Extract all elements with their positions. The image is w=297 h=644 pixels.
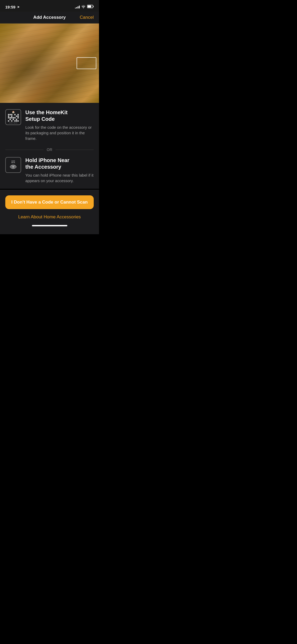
svg-rect-2	[88, 6, 91, 8]
svg-rect-1	[93, 6, 94, 7]
status-bar: 19:59 ➤	[0, 0, 99, 12]
status-time: 19:59 ➤	[5, 5, 20, 9]
status-icons	[75, 4, 94, 9]
no-code-button[interactable]: I Don't Have a Code or Cannot Scan	[5, 195, 94, 209]
homekit-section-text: Use the HomeKitSetup Code Look for the c…	[25, 109, 94, 141]
location-icon: ➤	[17, 5, 20, 9]
scan-frame	[77, 57, 96, 69]
nfc-title: Hold iPhone Nearthe Accessory	[25, 157, 94, 170]
cancel-button[interactable]: Cancel	[80, 15, 94, 20]
or-left-line	[5, 150, 44, 150]
content-area: 🏠	[0, 103, 99, 189]
homekit-title: Use the HomeKitSetup Code	[25, 109, 94, 122]
nfc-section-text: Hold iPhone Nearthe Accessory You can ho…	[25, 157, 94, 183]
home-indicator	[32, 225, 67, 226]
nav-bar: Add Accessory Cancel	[0, 12, 99, 24]
nfc-icon: 12345678	[5, 157, 21, 173]
battery-icon	[87, 4, 94, 9]
homekit-section: 🏠	[5, 109, 94, 146]
nfc-section: 12345678 Hold iPhone Nearthe Accessory Y…	[5, 157, 94, 189]
bottom-area: I Don't Have a Code or Cannot Scan Learn…	[0, 190, 99, 234]
learn-link-button[interactable]: Learn About Home Accessories	[5, 214, 94, 220]
nfc-description: You can hold iPhone near this label if i…	[25, 172, 94, 183]
signal-strength-icon	[75, 5, 80, 8]
or-label: OR	[47, 148, 52, 152]
qr-code-icon: 🏠	[5, 109, 21, 125]
svg-point-3	[13, 167, 14, 167]
or-divider: OR	[5, 148, 94, 152]
camera-view	[0, 24, 99, 103]
homekit-description: Look for the code on the accessory or it…	[25, 125, 94, 141]
wifi-icon	[81, 4, 86, 9]
page-title: Add Accessory	[33, 15, 66, 20]
or-right-line	[55, 150, 94, 150]
